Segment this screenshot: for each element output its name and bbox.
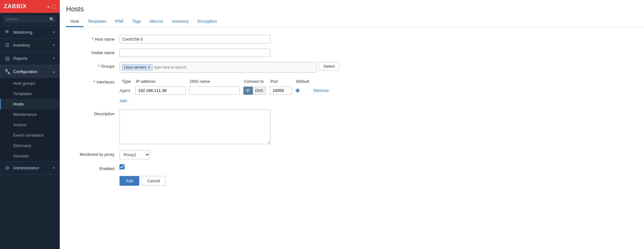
page-title: Hosts (66, 5, 638, 13)
form-actions: Add Cancel (119, 176, 635, 186)
administration-icon: ⚙ (4, 165, 10, 171)
sidebar-item-monitoring[interactable]: 👁 Monitoring ▼ (0, 26, 60, 38)
add-button[interactable]: Add (119, 176, 139, 186)
tabs: Host Templates IPMI Tags Macros Inventor… (66, 16, 638, 27)
event-correlation-label: Event correlation (13, 133, 44, 138)
group-tag-remove-icon[interactable]: ✕ (147, 65, 151, 70)
select-button[interactable]: Select (319, 62, 340, 71)
tab-tags[interactable]: Tags (128, 16, 145, 27)
interface-port-input[interactable] (270, 86, 292, 95)
sidebar-item-inventory[interactable]: ☰ Inventory ▼ (0, 39, 60, 52)
expand-icon[interactable]: ⛶ (52, 4, 56, 9)
visible-name-label: Visible name (69, 48, 119, 55)
col-connect-to: Connect to (242, 78, 268, 85)
connect-dns-button[interactable]: DNS (253, 87, 266, 95)
description-row: Description (69, 110, 635, 145)
chevron-up-icon: ▲ (52, 70, 55, 73)
cancel-button[interactable]: Cancel (142, 176, 165, 186)
monitoring-icon: 👁 (4, 29, 10, 35)
inventory-icon: ☰ (4, 42, 10, 48)
sidebar-item-configuration-label: Configuration (13, 69, 49, 74)
interface-ip-input[interactable] (135, 86, 186, 95)
sidebar-item-host-groups[interactable]: Host groups (0, 78, 60, 88)
interface-remove-cell: Remove (312, 85, 330, 96)
group-tag-label: Linux servers (124, 65, 146, 70)
interface-ip-cell (133, 85, 187, 96)
remove-interface-button[interactable]: Remove (314, 88, 329, 93)
interfaces-table: Type IP address DNS name Connect to Port… (119, 78, 331, 96)
col-port: Port (268, 78, 294, 85)
configuration-submenu: Host groups Templates Hosts Maintenance … (0, 78, 60, 161)
main-content: Hosts Host Templates IPMI Tags Macros In… (60, 0, 644, 249)
chevron-down-icon: ▼ (52, 57, 55, 60)
maintenance-label: Maintenance (13, 112, 36, 117)
tab-encryption[interactable]: Encryption (193, 16, 221, 27)
col-ip-address: IP address (133, 78, 187, 85)
sidebar-item-reports[interactable]: ▤ Reports ▼ (0, 52, 60, 65)
add-interface-row: Add (119, 97, 331, 105)
groups-container[interactable]: Linux servers ✕ (119, 62, 316, 73)
sidebar-item-event-correlation[interactable]: Event correlation (0, 130, 60, 140)
interface-type: Agent (119, 85, 133, 96)
sidebar-item-monitoring-label: Monitoring (13, 30, 49, 35)
nav-section-reports: ▤ Reports ▼ (0, 52, 60, 65)
discovery-label: Discovery (13, 143, 31, 148)
group-tag-linux-servers: Linux servers ✕ (122, 64, 153, 71)
interface-connect-to-cell: IP DNS (242, 85, 268, 96)
connect-to-buttons: IP DNS (243, 87, 266, 95)
sidebar-item-reports-label: Reports (13, 56, 49, 61)
chevron-down-icon: ▼ (52, 31, 55, 34)
tab-macros[interactable]: Macros (145, 16, 168, 27)
description-textarea[interactable] (119, 110, 270, 144)
groups-field-wrap: Linux servers ✕ (119, 62, 316, 73)
proxy-control: (no proxy) Proxy1 (119, 150, 270, 159)
host-name-input[interactable] (119, 35, 270, 43)
tab-host[interactable]: Host (66, 16, 83, 27)
enabled-row: Enabled (69, 164, 635, 171)
hosts-label: Hosts (13, 102, 24, 106)
services-label: Services (13, 154, 29, 158)
sidebar-header: ZABBIX « ⛶ (0, 0, 60, 13)
proxy-select[interactable]: (no proxy) Proxy1 (119, 150, 150, 159)
nav-section-configuration: 🔧 Configuration ▲ Host groups Templates … (0, 65, 60, 161)
host-name-label: *Host name (69, 35, 119, 42)
enabled-checkbox[interactable] (119, 164, 125, 169)
configuration-icon: 🔧 (4, 69, 10, 75)
groups-search-input[interactable] (154, 65, 201, 70)
interfaces-row: *Interfaces Type IP address DNS name Con… (69, 78, 635, 105)
sidebar-item-services[interactable]: Services (0, 151, 60, 161)
visible-name-input[interactable] (119, 48, 270, 57)
sidebar-item-hosts[interactable]: Hosts (0, 99, 60, 109)
visible-name-row: Visible name (69, 48, 635, 57)
sidebar-item-actions[interactable]: Actions (0, 120, 60, 130)
tab-inventory[interactable]: Inventory (168, 16, 193, 27)
description-control (119, 110, 270, 145)
search-input[interactable] (3, 15, 57, 23)
description-label: Description (69, 110, 119, 116)
col-dns-name: DNS name (187, 78, 242, 85)
sidebar-item-maintenance[interactable]: Maintenance (0, 109, 60, 120)
sidebar-item-configuration[interactable]: 🔧 Configuration ▲ (0, 65, 60, 78)
sidebar-item-discovery[interactable]: Discovery (0, 140, 60, 151)
add-interface-button[interactable]: Add (119, 97, 127, 105)
enabled-label: Enabled (69, 164, 119, 171)
interface-dns-input[interactable] (189, 86, 240, 95)
sidebar-item-templates[interactable]: Templates (0, 88, 60, 99)
collapse-icon[interactable]: « (47, 4, 50, 9)
groups-label: *Groups (69, 62, 119, 69)
sidebar-item-administration[interactable]: ⚙ Administration ▼ (0, 161, 60, 174)
sidebar-logo: ZABBIX (4, 3, 27, 10)
default-radio-wrap (296, 88, 310, 93)
nav-section-inventory: ☰ Inventory ▼ (0, 39, 60, 52)
interfaces-label: *Interfaces (69, 78, 119, 84)
tab-ipmi[interactable]: IPMI (111, 16, 128, 27)
default-radio[interactable] (296, 88, 300, 93)
col-type: Type (119, 78, 133, 85)
chevron-down-icon: ▼ (52, 166, 55, 170)
sidebar-search-area: 🔍 (0, 13, 60, 26)
host-name-row: *Host name (69, 35, 635, 43)
tab-templates[interactable]: Templates (83, 16, 111, 27)
connect-ip-button[interactable]: IP (243, 87, 253, 95)
actions-label: Actions (13, 122, 27, 127)
sidebar-item-inventory-label: Inventory (13, 43, 49, 48)
